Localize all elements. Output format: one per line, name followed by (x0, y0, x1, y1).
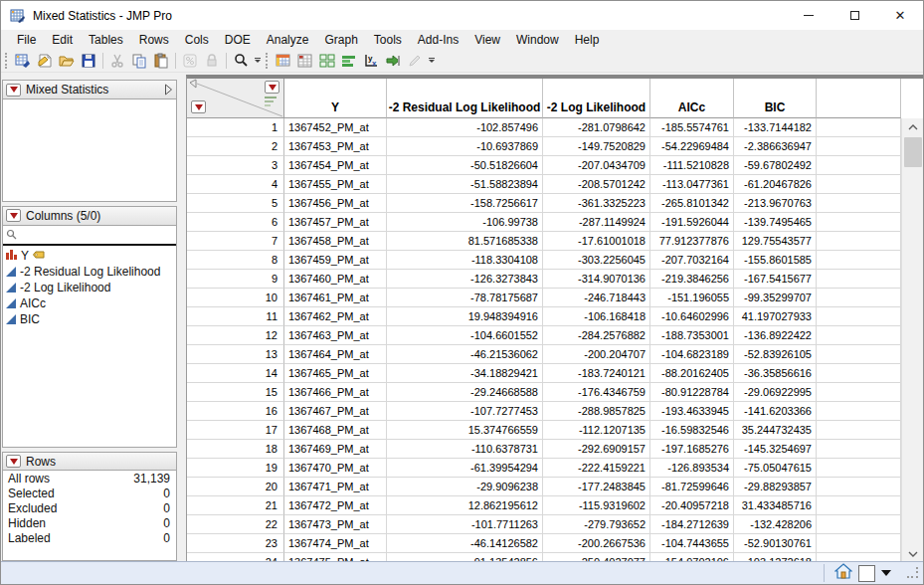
cell-log-likelihood[interactable]: -183.7240121 (543, 364, 650, 383)
cell-log-likelihood[interactable]: -207.0434709 (543, 156, 650, 175)
row-number-cell[interactable]: 11 (187, 307, 284, 326)
cell-log-likelihood[interactable]: -208.5701242 (543, 175, 650, 194)
cell-residual-log-likelihood[interactable]: 12.862195612 (387, 496, 543, 515)
cell-aicc[interactable]: -151.196055 (650, 289, 734, 307)
cell-residual-log-likelihood[interactable]: -158.7256617 (387, 194, 543, 213)
row-number-cell[interactable]: 15 (187, 383, 284, 402)
cell-log-likelihood[interactable]: -281.0798642 (543, 118, 650, 137)
data-table-icon[interactable] (273, 51, 294, 71)
row-number-cell[interactable]: 9 (187, 270, 284, 289)
cell-aicc[interactable]: -104.7443655 (650, 534, 734, 553)
column-list-item[interactable]: BIC (3, 311, 176, 327)
menu-item-graph[interactable]: Graph (316, 32, 365, 48)
cell-log-likelihood[interactable]: -115.9319602 (543, 496, 650, 515)
cell-y[interactable]: 1367460_PM_at (284, 270, 387, 289)
cell-aicc[interactable]: -20.40957218 (650, 496, 734, 515)
status-dropdown-icon[interactable] (881, 570, 891, 576)
row-number-cell[interactable]: 18 (187, 440, 284, 459)
menu-item-help[interactable]: Help (567, 32, 608, 48)
cell-y[interactable]: 1367462_PM_at (284, 307, 387, 326)
home-window-icon[interactable] (834, 563, 852, 583)
cell-aicc[interactable]: -184.2712639 (650, 515, 734, 534)
cell-residual-log-likelihood[interactable]: -102.857496 (387, 118, 543, 137)
cell-log-likelihood[interactable]: -17.61001018 (543, 232, 650, 251)
cell-empty[interactable] (817, 364, 901, 383)
row-stat-hidden[interactable]: Hidden0 (3, 515, 176, 530)
cell-y[interactable]: 1367464_PM_at (284, 345, 387, 364)
cell-residual-log-likelihood[interactable]: -126.3273843 (387, 270, 543, 289)
column-header[interactable]: -2 Residual Log Likelihood (387, 79, 543, 118)
cell-aicc[interactable]: -88.20162405 (650, 364, 734, 383)
row-number-cell[interactable]: 21 (187, 496, 284, 515)
cell-empty[interactable] (817, 478, 901, 496)
cell-bic[interactable]: -52.90130761 (734, 534, 817, 553)
menu-item-view[interactable]: View (466, 32, 508, 48)
cell-bic[interactable]: -145.3254697 (734, 440, 817, 459)
cell-residual-log-likelihood[interactable]: -110.6378731 (387, 440, 543, 459)
column-header[interactable]: -2 Log Likelihood (543, 79, 650, 118)
menu-item-file[interactable]: File (9, 32, 44, 48)
cell-y[interactable]: 1367453_PM_at (284, 137, 387, 156)
cell-bic[interactable]: -75.05047615 (734, 459, 817, 478)
red-triangle-menu-button[interactable] (6, 84, 21, 97)
cell-residual-log-likelihood[interactable]: 15.374766559 (387, 421, 543, 440)
cell-residual-log-likelihood[interactable]: -34.18829421 (387, 364, 543, 383)
cell-y[interactable]: 1367458_PM_at (284, 232, 387, 251)
fit-y-by-x-icon[interactable]: yx (360, 51, 382, 71)
cell-y[interactable]: 1367467_PM_at (284, 402, 387, 421)
row-stat-all-rows[interactable]: All rows31,139 (3, 471, 176, 486)
row-number-cell[interactable]: 23 (187, 534, 284, 553)
paste-icon[interactable] (150, 51, 172, 71)
resize-grip[interactable] (907, 567, 919, 579)
cell-residual-log-likelihood[interactable]: -61.39954294 (387, 459, 543, 478)
cell-residual-log-likelihood[interactable]: -118.3304108 (387, 251, 543, 270)
cell-bic[interactable]: -36.35856616 (734, 364, 817, 383)
cell-empty[interactable] (817, 307, 901, 326)
cell-empty[interactable] (817, 156, 901, 175)
menu-item-tools[interactable]: Tools (366, 32, 410, 48)
cell-residual-log-likelihood[interactable]: -46.21536062 (387, 345, 543, 364)
cell-aicc[interactable]: -207.7032164 (650, 251, 734, 270)
cell-bic[interactable]: -136.8922422 (734, 326, 817, 345)
row-number-cell[interactable]: 13 (187, 345, 284, 364)
cell-y[interactable]: 1367472_PM_at (284, 496, 387, 515)
cell-bic[interactable]: -52.83926105 (734, 345, 817, 364)
cell-log-likelihood[interactable]: -279.793652 (543, 515, 650, 534)
cell-empty[interactable] (817, 213, 901, 232)
cell-y[interactable]: 1367468_PM_at (284, 421, 387, 440)
row-number-cell[interactable]: 10 (187, 289, 284, 307)
cell-log-likelihood[interactable]: -106.168418 (543, 307, 650, 326)
cell-empty[interactable] (817, 345, 901, 364)
cell-empty[interactable] (817, 459, 901, 478)
row-stat-excluded[interactable]: Excluded0 (3, 500, 176, 515)
cell-y[interactable]: 1367457_PM_at (284, 213, 387, 232)
cell-empty[interactable] (817, 270, 901, 289)
cell-aicc[interactable]: -188.7353001 (650, 326, 734, 345)
row-number-cell[interactable]: 8 (187, 251, 284, 270)
cell-residual-log-likelihood[interactable]: 19.948394916 (387, 307, 543, 326)
cell-residual-log-likelihood[interactable]: -50.51826604 (387, 156, 543, 175)
graph-builder-icon[interactable] (338, 51, 360, 71)
row-stat-selected[interactable]: Selected0 (3, 486, 176, 500)
cell-bic[interactable]: -29.88293857 (734, 478, 817, 496)
row-stat-labeled[interactable]: Labeled0 (3, 530, 176, 545)
cell-empty[interactable] (817, 421, 901, 440)
status-selector-box[interactable] (858, 565, 875, 582)
column-list-item[interactable]: -2 Residual Log Likelihood (3, 264, 176, 280)
search-icon[interactable] (230, 51, 252, 71)
cell-y[interactable]: 1367473_PM_at (284, 515, 387, 534)
cell-residual-log-likelihood[interactable]: -91.13542856 (387, 553, 543, 561)
cell-residual-log-likelihood[interactable]: -10.6937869 (387, 137, 543, 156)
cell-log-likelihood[interactable]: -303.2256045 (543, 251, 650, 270)
assign-roles-icon[interactable] (382, 51, 404, 71)
cell-residual-log-likelihood[interactable]: -29.24668588 (387, 383, 543, 402)
cell-residual-log-likelihood[interactable]: -101.7711263 (387, 515, 543, 534)
cell-bic[interactable]: 129.75543577 (734, 232, 817, 251)
cell-bic[interactable]: 35.244732435 (734, 421, 817, 440)
copy-icon[interactable] (128, 51, 150, 71)
cell-aicc[interactable]: -154.9702106 (650, 553, 734, 561)
row-number-cell[interactable]: 14 (187, 364, 284, 383)
cell-log-likelihood[interactable]: -222.4159221 (543, 459, 650, 478)
scroll-up-icon[interactable] (902, 118, 923, 135)
rows-menu-button[interactable] (191, 100, 206, 113)
